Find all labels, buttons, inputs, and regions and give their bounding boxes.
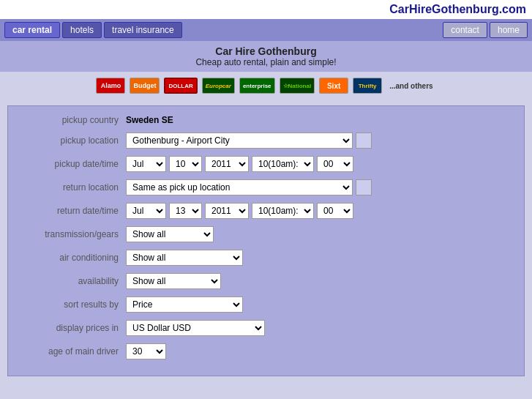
- return-datetime-control: JanFebMarApr MayJunJulAug SepOctNovDec 1…: [126, 203, 512, 219]
- sort-control: Price Name Rating: [126, 297, 512, 313]
- brand-dollar[interactable]: DOLLAR: [164, 78, 197, 94]
- age-row: age of main driver 2122232425 2627282930…: [20, 343, 512, 359]
- page-title: Car Hire Gothenburg: [4, 45, 528, 57]
- ac-row: air conditioning Show all With AC Withou…: [20, 250, 512, 266]
- currency-control: US Dollar USD Euro EUR British Pound GBP: [126, 320, 512, 336]
- pickup-location-select[interactable]: Gothenburg - Airport City Gothenburg - C…: [126, 133, 353, 149]
- ac-label: air conditioning: [20, 253, 126, 263]
- sort-label: sort results by: [20, 299, 126, 310]
- site-header: CarHireGothenburg.com: [0, 0, 532, 19]
- page-subtitle: Cheap auto rental, plain and simple!: [4, 57, 528, 67]
- pickup-location-row: pickup location Gothenburg - Airport Cit…: [20, 133, 512, 149]
- ac-select[interactable]: Show all With AC Without AC: [126, 250, 243, 266]
- return-location-row: return location Same as pick up location…: [20, 179, 512, 195]
- pickup-hour-select[interactable]: 10(10am):: [252, 156, 314, 172]
- pickup-month-select[interactable]: JanFebMarApr MayJunJulAug SepOctNovDec: [126, 156, 166, 172]
- return-min-select[interactable]: 00153045: [317, 203, 353, 219]
- currency-label: display prices in: [20, 323, 126, 333]
- pickup-country-row: pickup country Sweden SE: [20, 115, 512, 125]
- brand-europcar[interactable]: Europcar: [202, 78, 235, 94]
- pickup-min-select[interactable]: 00153045: [317, 156, 353, 172]
- return-year-select[interactable]: 20112012: [205, 203, 249, 219]
- sort-row: sort results by Price Name Rating: [20, 297, 512, 313]
- return-location-control: Same as pick up location Gothenburg - Ai…: [126, 179, 512, 195]
- brand-others: ...and others: [386, 78, 435, 94]
- nav-tab-home[interactable]: home: [490, 22, 528, 38]
- return-location-info-button[interactable]: [356, 179, 372, 195]
- return-datetime-row: return date/time JanFebMarApr MayJunJulA…: [20, 203, 512, 219]
- brand-alamo[interactable]: Alamo: [96, 78, 125, 94]
- availability-row: availability Show all Available only: [20, 273, 512, 289]
- nav-bar: car rental hotels travel insurance conta…: [0, 19, 532, 41]
- pickup-location-label: pickup location: [20, 135, 126, 146]
- currency-row: display prices in US Dollar USD Euro EUR…: [20, 320, 512, 336]
- brand-national[interactable]: ☆National: [280, 78, 315, 94]
- brand-budget[interactable]: Budget: [130, 78, 160, 94]
- pickup-year-select[interactable]: 20112012: [205, 156, 249, 172]
- ac-control: Show all With AC Without AC: [126, 250, 512, 266]
- return-day-select[interactable]: 12345 678910 1112131415: [169, 203, 202, 219]
- pickup-day-select[interactable]: 12345 678910 1112131415: [169, 156, 202, 172]
- brand-thrifty[interactable]: Thrifty: [353, 78, 382, 94]
- brands-bar: Alamo Budget DOLLAR Europcar enterprise …: [0, 72, 532, 100]
- return-datetime-label: return date/time: [20, 206, 126, 216]
- pickup-datetime-label: pickup date/time: [20, 159, 126, 169]
- nav-tab-travel-insurance[interactable]: travel insurance: [104, 22, 182, 38]
- age-label: age of main driver: [20, 346, 126, 357]
- pickup-country-control: Sweden SE: [126, 115, 512, 125]
- availability-label: availability: [20, 276, 126, 286]
- transmission-label: transmission/gears: [20, 229, 126, 239]
- page-title-bar: Car Hire Gothenburg Cheap auto rental, p…: [0, 41, 532, 72]
- age-control: 2122232425 2627282930 3132333435: [126, 343, 512, 359]
- pickup-country-value: Sweden SE: [126, 115, 173, 125]
- nav-left: car rental hotels travel insurance: [4, 22, 441, 38]
- brand-enterprise[interactable]: enterprise: [239, 78, 275, 94]
- site-name: CarHireGothenburg.com: [389, 3, 526, 15]
- return-location-label: return location: [20, 182, 126, 193]
- brand-sixt[interactable]: Sixt: [319, 78, 348, 94]
- return-month-select[interactable]: JanFebMarApr MayJunJulAug SepOctNovDec: [126, 203, 166, 219]
- availability-control: Show all Available only: [126, 273, 512, 289]
- return-hour-select[interactable]: 10(10am):: [252, 203, 314, 219]
- transmission-control: Show all Automatic Manual: [126, 226, 512, 242]
- pickup-datetime-control: JanFebMarApr MayJunJulAug SepOctNovDec 1…: [126, 156, 512, 172]
- transmission-row: transmission/gears Show all Automatic Ma…: [20, 226, 512, 242]
- transmission-select[interactable]: Show all Automatic Manual: [126, 226, 214, 242]
- nav-tab-contact[interactable]: contact: [443, 22, 487, 38]
- age-select[interactable]: 2122232425 2627282930 3132333435: [126, 343, 166, 359]
- currency-select[interactable]: US Dollar USD Euro EUR British Pound GBP: [126, 320, 265, 336]
- pickup-location-info-button[interactable]: [356, 133, 372, 149]
- pickup-country-label: pickup country: [20, 115, 126, 125]
- availability-select[interactable]: Show all Available only: [126, 273, 221, 289]
- return-location-select[interactable]: Same as pick up location Gothenburg - Ai…: [126, 179, 353, 195]
- form-panel: pickup country Sweden SE pickup location…: [7, 105, 525, 376]
- nav-tab-car-rental[interactable]: car rental: [4, 22, 60, 38]
- nav-tab-hotels[interactable]: hotels: [62, 22, 102, 38]
- sort-select[interactable]: Price Name Rating: [126, 297, 243, 313]
- pickup-datetime-row: pickup date/time JanFebMarApr MayJunJulA…: [20, 156, 512, 172]
- pickup-location-control: Gothenburg - Airport City Gothenburg - C…: [126, 133, 512, 149]
- nav-right: contact home: [443, 22, 528, 38]
